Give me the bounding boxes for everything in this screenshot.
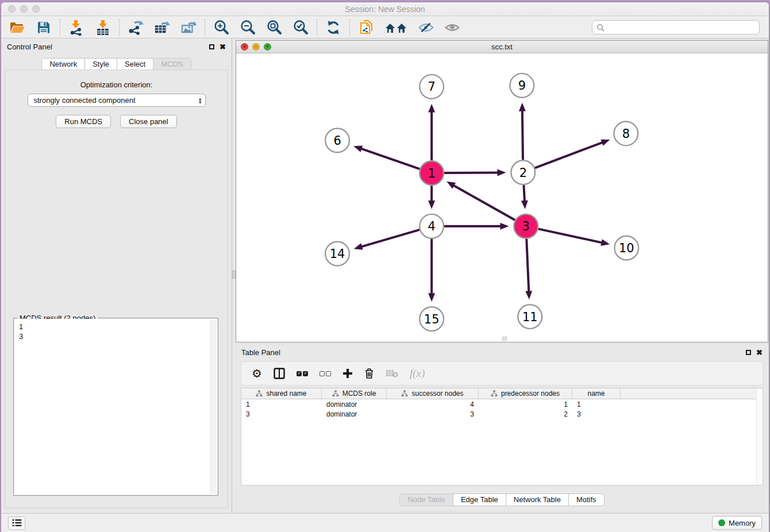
search-field[interactable] xyxy=(592,20,760,34)
close-table-panel-icon[interactable]: ✖ xyxy=(756,349,763,356)
tab-network-table[interactable]: Network Table xyxy=(506,494,569,506)
hide-panels-icon[interactable] xyxy=(418,20,434,36)
network-canvas[interactable]: 7968124314101511 xyxy=(236,53,768,342)
network-minimize-icon[interactable]: − xyxy=(252,43,260,51)
network-close-icon[interactable]: × xyxy=(241,43,248,51)
deselect-all-columns-icon[interactable] xyxy=(319,371,331,376)
zoom-out-icon[interactable] xyxy=(240,20,256,36)
network-resize-grip[interactable] xyxy=(502,337,507,341)
clone-network-icon[interactable] xyxy=(358,20,374,36)
table-panel-title: Table Panel xyxy=(241,348,280,357)
graph-edge-arrowhead xyxy=(428,293,435,302)
table-settings-icon[interactable]: ⚙ xyxy=(252,367,262,380)
zoom-selected-icon[interactable] xyxy=(292,20,309,36)
graph-node-label: 6 xyxy=(333,134,341,148)
import-table-icon[interactable] xyxy=(95,20,111,36)
mcds-result-list[interactable]: 1 3 xyxy=(14,319,217,495)
task-list-icon xyxy=(12,519,22,527)
result-scrollbar[interactable] xyxy=(210,319,217,494)
table-row[interactable]: 1 dominator 4 1 1 xyxy=(241,399,763,409)
table-panel-header: Table Panel ✖ xyxy=(236,344,768,360)
show-panels-icon[interactable] xyxy=(444,20,460,36)
memory-label: Memory xyxy=(729,519,756,527)
graph-edge-arrowhead xyxy=(600,140,610,146)
memory-button[interactable]: Memory xyxy=(712,516,762,530)
add-column-icon[interactable] xyxy=(342,368,353,379)
close-panel-icon[interactable]: ✖ xyxy=(220,43,226,51)
zoom-in-icon[interactable] xyxy=(213,20,229,36)
tab-style[interactable]: Style xyxy=(84,58,117,70)
float-table-panel-icon[interactable] xyxy=(746,350,751,355)
graph-node-label: 2 xyxy=(519,166,527,180)
mcds-app-icon[interactable] xyxy=(384,20,407,36)
open-session-icon[interactable] xyxy=(9,20,25,36)
table-panel-tabs: Node Table Edge Table Network Table Moti… xyxy=(236,494,768,506)
close-panel-button[interactable]: Close panel xyxy=(120,115,177,128)
column-header-name[interactable]: name xyxy=(572,388,621,399)
column-header-successor-nodes[interactable]: successor nodes xyxy=(387,388,479,399)
tab-select[interactable]: Select xyxy=(117,58,153,70)
delete-column-icon[interactable] xyxy=(364,368,374,379)
window-title: Session: New Session xyxy=(1,5,769,14)
run-mcds-button[interactable]: Run MCDS xyxy=(56,115,111,128)
graph-edge-4-14[interactable] xyxy=(361,230,419,247)
table-panel: Table Panel ✖ ⚙ ✓✓ xyxy=(236,344,768,511)
function-builder-icon[interactable]: f(x) xyxy=(410,367,425,380)
control-panel-header: Control Panel ✖ xyxy=(1,38,232,55)
graph-edge-1-6[interactable] xyxy=(360,148,419,169)
zoom-fit-icon[interactable] xyxy=(266,20,282,36)
network-maximize-icon[interactable]: + xyxy=(264,43,271,51)
cell-shared-name: 3 xyxy=(241,410,322,418)
graph-edge-arrowhead xyxy=(354,243,363,249)
graph-edge-3-10[interactable] xyxy=(538,229,603,242)
export-image-icon[interactable] xyxy=(180,20,197,36)
graph-edge-arrowhead xyxy=(600,239,610,246)
tab-mcds[interactable]: MCDS xyxy=(153,58,191,70)
float-panel-icon[interactable] xyxy=(209,44,214,49)
tab-motifs[interactable]: Motifs xyxy=(568,494,605,506)
mcds-result-line: 3 xyxy=(19,331,217,341)
network-window-titlebar[interactable]: × − + scc.txt xyxy=(236,41,768,53)
export-table-icon[interactable] xyxy=(154,20,170,36)
delete-table-icon[interactable] xyxy=(386,369,398,378)
graph-edge-2-9[interactable] xyxy=(522,110,523,160)
graph-node-label: 11 xyxy=(522,310,538,324)
table-row[interactable]: 3 dominator 3 2 3 xyxy=(241,409,763,419)
optimization-criterion-select[interactable]: strongly connected component ▴▾ xyxy=(28,94,206,107)
column-header-predecessor-nodes[interactable]: predecessor nodes xyxy=(479,388,572,399)
graph-edge-arrowhead xyxy=(428,201,435,209)
select-all-columns-icon[interactable]: ✓✓ xyxy=(297,371,308,376)
tab-network[interactable]: Network xyxy=(41,58,85,70)
task-history-button[interactable] xyxy=(8,516,25,530)
column-header-shared-name[interactable]: shared name xyxy=(241,388,322,399)
column-type-icon xyxy=(332,390,339,397)
table-scrollbar[interactable] xyxy=(756,388,763,485)
table-toolbar: ⚙ ✓✓ f(x) xyxy=(241,361,763,385)
cell-name: 1 xyxy=(572,400,621,408)
refresh-view-icon[interactable] xyxy=(325,20,341,36)
graph-edge-3-11[interactable] xyxy=(526,239,529,292)
graph-edge-3-1[interactable] xyxy=(453,185,515,220)
graph-edge-arrowhead xyxy=(525,291,532,299)
graph-edge-arrowhead xyxy=(498,169,506,176)
workspace-area: × − + scc.txt 7968124314101511 Table Pan… xyxy=(236,38,769,513)
import-network-icon[interactable] xyxy=(68,20,84,36)
status-bar: Memory xyxy=(1,513,769,532)
save-session-icon[interactable] xyxy=(36,20,52,36)
cell-predecessor-nodes: 2 xyxy=(479,410,572,418)
tab-edge-table[interactable]: Edge Table xyxy=(453,494,506,506)
control-panel-title: Control Panel xyxy=(7,43,52,51)
application-window: Session: New Session xyxy=(1,2,769,532)
search-input[interactable] xyxy=(607,23,755,32)
graph-edge-2-8[interactable] xyxy=(535,142,603,168)
graph-edge-1-2[interactable] xyxy=(444,172,498,173)
tab-node-table[interactable]: Node Table xyxy=(399,494,453,506)
vertical-splitter[interactable] xyxy=(232,38,236,513)
graph-edge-2-3[interactable] xyxy=(523,185,525,202)
export-network-icon[interactable] xyxy=(128,20,144,36)
split-table-icon[interactable] xyxy=(274,368,285,379)
main-toolbar xyxy=(1,17,769,38)
column-header-mcds-role[interactable]: MCDS role xyxy=(322,388,387,399)
mcds-result-line: 1 xyxy=(19,322,217,331)
graph-edge-arrowhead xyxy=(521,201,528,209)
